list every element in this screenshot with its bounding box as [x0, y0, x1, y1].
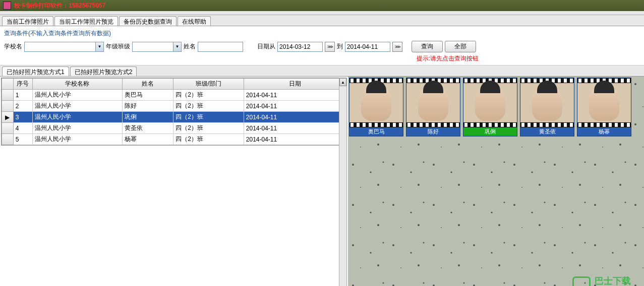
cell-class: 四（2）班 [173, 90, 244, 101]
sub-tab-0[interactable]: 已拍好照片预览方式1 [2, 66, 69, 76]
search-panel: 查询条件(不输入查询条件查询所有数据) 学校名 ▼ 年级班级 ▼ 姓名 日期从 … [0, 26, 644, 65]
main-tab-bar: 当前工作簿照片当前工作簿照片预览备份历史数据查询在线帮助 [0, 15, 644, 26]
cell-name: 奥巴马 [122, 90, 173, 101]
cell-name: 陈好 [122, 101, 173, 112]
column-header[interactable]: 序号 [13, 79, 32, 90]
query-button[interactable]: 查询 [412, 41, 443, 52]
sub-tab-1[interactable]: 已拍好照片预览方式2 [70, 66, 137, 76]
watermark-logo-icon [572, 276, 591, 286]
cell-date: 2014-04-11 [244, 101, 346, 112]
table-row[interactable]: 2温州人民小学陈好四（2）班2014-04-11 [2, 101, 346, 112]
thumbnail-label: 黄圣依 [520, 127, 574, 136]
scrollbar[interactable]: ▲ ▼ [339, 78, 347, 286]
watermark: 巴士下载 www.11684.com [572, 275, 639, 286]
class-label: 年级班级 [106, 42, 130, 51]
class-combo[interactable]: ▼ [132, 42, 182, 52]
date-to-label: 到 [337, 42, 343, 51]
table-row[interactable]: 4温州人民小学黄圣依四（2）班2014-04-11 [2, 123, 346, 134]
date-from-label: 日期从 [257, 42, 275, 51]
cell-date: 2014-04-11 [244, 90, 346, 101]
cell-class: 四（2）班 [173, 112, 244, 123]
search-hint: 查询条件(不输入查询条件查询所有数据) [4, 28, 640, 39]
cell-school: 温州人民小学 [32, 90, 122, 101]
scroll-up-icon[interactable]: ▲ [339, 78, 346, 86]
cell-class: 四（2）班 [173, 101, 244, 112]
cell-class: 四（2）班 [173, 123, 244, 134]
cell-name: 黄圣依 [122, 123, 173, 134]
cell-no: 2 [13, 101, 32, 112]
cell-no: 1 [13, 90, 32, 101]
main-tab-3[interactable]: 在线帮助 [178, 16, 211, 26]
photo-image [577, 83, 631, 122]
cell-name: 杨幂 [122, 134, 173, 145]
photo-thumbnail[interactable]: 杨幂 [577, 78, 631, 136]
date-from-picker-button[interactable]: >>> [325, 42, 335, 52]
thumbnail-strip: 奥巴马陈好巩俐黄圣依杨幂 [348, 77, 644, 137]
photo-preview-panel: 奥巴马陈好巩俐黄圣依杨幂 巴士下载 www.11684.com [348, 77, 644, 286]
column-header[interactable]: 日期 [244, 79, 346, 90]
chevron-down-icon[interactable]: ▼ [95, 42, 103, 51]
photo-thumbnail[interactable]: 巩俐 [463, 78, 517, 136]
cell-school: 温州人民小学 [32, 101, 122, 112]
photo-thumbnail[interactable]: 陈好 [406, 78, 460, 136]
school-combo[interactable]: ▼ [24, 42, 104, 52]
class-input[interactable] [133, 42, 173, 51]
all-button[interactable]: 全部 [445, 41, 476, 52]
thumbnail-label: 杨幂 [577, 127, 631, 136]
main-tab-1[interactable]: 当前工作簿照片预览 [54, 16, 118, 26]
thumbnail-label: 奥巴马 [349, 127, 403, 136]
watermark-name: 巴士下载 [595, 275, 639, 286]
photo-thumbnail[interactable]: 奥巴马 [349, 78, 403, 136]
main-tab-2[interactable]: 备份历史数据查询 [119, 16, 177, 26]
cell-date: 2014-04-11 [244, 112, 346, 123]
cell-school: 温州人民小学 [32, 134, 122, 145]
column-header[interactable]: 姓名 [122, 79, 173, 90]
cell-class: 四（2）班 [173, 134, 244, 145]
title-bar: 校卡制作打印软件： 15825675057 [0, 0, 644, 11]
photo-image [520, 83, 574, 122]
title-prefix: 校卡制作打印软件： [14, 2, 69, 10]
column-header[interactable]: 学校名称 [32, 79, 122, 90]
app-icon [3, 2, 11, 10]
school-label: 学校名 [4, 42, 22, 51]
cell-no: 4 [13, 123, 32, 134]
chevron-down-icon[interactable]: ▼ [173, 42, 181, 51]
cell-no: 5 [13, 134, 32, 145]
name-input[interactable] [198, 42, 243, 52]
thumbnail-label: 陈好 [406, 127, 460, 136]
thumbnail-label: 巩俐 [463, 127, 517, 136]
date-to-input[interactable] [345, 42, 390, 52]
title-phone: 15825675057 [69, 2, 105, 9]
cell-date: 2014-04-11 [244, 134, 346, 145]
photo-image [349, 83, 403, 122]
menubar [0, 11, 644, 15]
photo-image [406, 83, 460, 122]
cell-school: 温州人民小学 [32, 112, 122, 123]
table-row[interactable]: 5温州人民小学杨幂四（2）班2014-04-11 [2, 134, 346, 145]
main-area: 序号学校名称姓名班级/部门日期1温州人民小学奥巴马四（2）班2014-04-11… [0, 77, 644, 286]
date-to-picker-button[interactable]: >>> [392, 42, 402, 52]
warning-text: 提示:请先点击查询按钮 [417, 55, 479, 62]
table-row[interactable]: 1温州人民小学奥巴马四（2）班2014-04-11 [2, 90, 346, 101]
date-from-input[interactable] [277, 42, 323, 52]
cell-no: 3 [13, 112, 32, 123]
cell-date: 2014-04-11 [244, 123, 346, 134]
name-label: 姓名 [184, 42, 196, 51]
cell-name: 巩俐 [122, 112, 173, 123]
photo-thumbnail[interactable]: 黄圣依 [520, 78, 574, 136]
photo-image [463, 83, 517, 122]
cell-school: 温州人民小学 [32, 123, 122, 134]
data-grid[interactable]: 序号学校名称姓名班级/部门日期1温州人民小学奥巴马四（2）班2014-04-11… [1, 78, 347, 146]
main-tab-0[interactable]: 当前工作簿照片 [2, 16, 53, 26]
school-input[interactable] [25, 42, 95, 51]
sub-tab-bar: 已拍好照片预览方式1已拍好照片预览方式2 [0, 65, 644, 77]
table-row[interactable]: ▶3温州人民小学巩俐四（2）班2014-04-11 [2, 112, 346, 123]
grid-panel: 序号学校名称姓名班级/部门日期1温州人民小学奥巴马四（2）班2014-04-11… [0, 77, 348, 286]
column-header[interactable]: 班级/部门 [173, 79, 244, 90]
